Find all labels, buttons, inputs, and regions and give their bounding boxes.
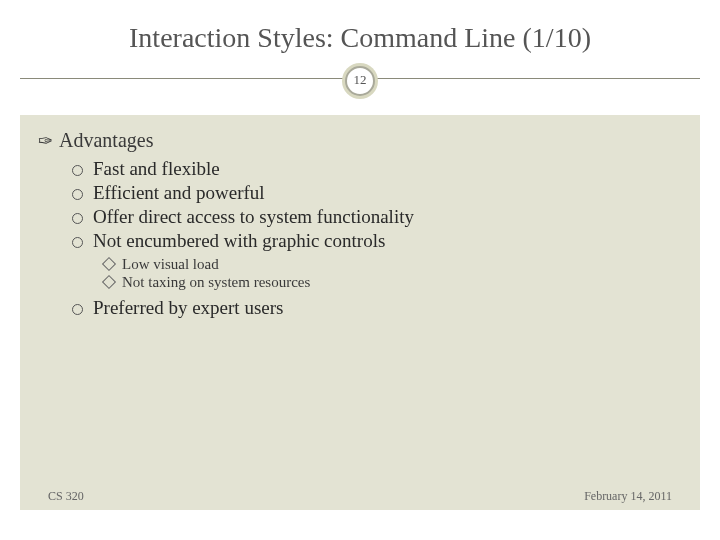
list-item: Offer direct access to system functional… xyxy=(72,206,682,228)
slide: Interaction Styles: Command Line (1/10) … xyxy=(0,0,720,540)
footer-date: February 14, 2011 xyxy=(584,489,672,504)
list-item: Efficient and powerful xyxy=(72,182,682,204)
content-body: ✑ Advantages Fast and flexible Efficient… xyxy=(20,115,700,510)
list-item-text: Offer direct access to system functional… xyxy=(93,206,414,228)
list-heading-text: Advantages xyxy=(59,129,153,152)
slide-title: Interaction Styles: Command Line (1/10) xyxy=(0,0,720,66)
circle-bullet-icon xyxy=(72,304,83,315)
sublist-item-text: Low visual load xyxy=(122,256,219,273)
list-item: Fast and flexible xyxy=(72,158,682,180)
list-item-text: Fast and flexible xyxy=(93,158,220,180)
circle-bullet-icon xyxy=(72,213,83,224)
diamond-bullet-icon xyxy=(102,275,116,289)
circle-bullet-icon xyxy=(72,237,83,248)
list-item-text: Efficient and powerful xyxy=(93,182,265,204)
sublist: Low visual load Not taxing on system res… xyxy=(38,256,682,291)
circle-bullet-icon xyxy=(72,189,83,200)
diamond-bullet-icon xyxy=(102,257,116,271)
swirl-bullet-icon: ✑ xyxy=(38,130,53,152)
list-item-text: Preferred by expert users xyxy=(93,297,283,319)
footer-course: CS 320 xyxy=(48,489,84,504)
sublist-item: Not taxing on system resources xyxy=(104,274,682,291)
slide-number-badge: 12 xyxy=(345,66,375,96)
circle-bullet-icon xyxy=(72,165,83,176)
sublist-item-text: Not taxing on system resources xyxy=(122,274,310,291)
list-item: Not encumbered with graphic controls xyxy=(72,230,682,252)
sublist-item: Low visual load xyxy=(104,256,682,273)
list-item-text: Not encumbered with graphic controls xyxy=(93,230,385,252)
title-divider-wrap: 12 xyxy=(0,66,720,96)
list-item: Preferred by expert users xyxy=(72,297,682,319)
list-heading: ✑ Advantages xyxy=(38,129,682,152)
